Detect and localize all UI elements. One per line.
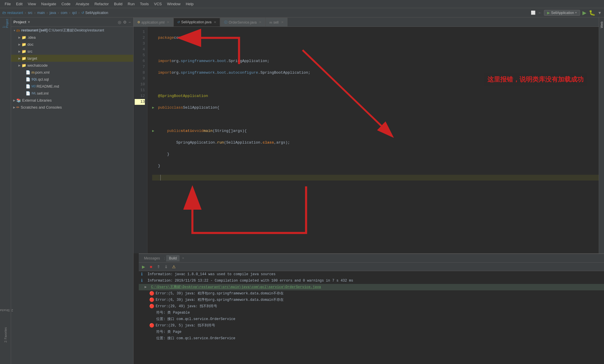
code-line-7: ▶public class SellApplication { [152,105,599,111]
error-icon-1: 🔴 [149,291,154,296]
project-title-label: Project [13,20,26,24]
code-line-8 [152,116,599,122]
project-header: Project ▾ ◎ ⚙ − [11,17,133,27]
info-icon-2: ℹ [141,278,146,283]
code-line-9: ▶ public static void main(String[] args)… [152,128,599,134]
maximize-icon[interactable]: ⬜ [531,10,535,15]
menu-item-refactor[interactable]: Refactor [92,1,111,7]
menu-item-help[interactable]: Help [183,1,196,7]
breadcrumb-qcl[interactable]: qcl [72,11,76,15]
build-toolbar: ▶ ■ ⇑ ⇓ ⚠ [139,263,604,271]
collapse-icon[interactable]: − [129,20,131,24]
menu-item-window[interactable]: Window [165,1,183,7]
breadcrumb-com[interactable]: com [61,11,67,15]
menu-item-code[interactable]: Code [59,1,73,7]
menu-bar: File Edit View Navigate Code Analyze Ref… [0,0,604,8]
menu-item-file[interactable]: File [2,1,13,7]
right-tab-1[interactable]: Web [599,20,604,30]
line-numbers: 1234 5678 9101112 13 [134,27,148,253]
project-tree: ▾ 🗁 restaurant [sell] C:\Users\王雅妮\Deskt… [11,27,133,364]
code-content[interactable]: package com.qcl; import org.springframew… [148,27,599,253]
tree-item-wechatcode[interactable]: ▶ 📁 wechatcode [11,62,133,69]
build-error-4: 🔴 Error:(29, 5) java: 找不到符号 [139,322,604,329]
code-line-11: } [152,151,599,157]
tree-item-iml[interactable]: 📄 IML sell.iml [11,90,133,97]
build-warn-icon[interactable]: ⚠ [170,263,177,270]
code-editor: 1234 5678 9101112 13 package com.qcl; im… [134,27,599,253]
tabs-bar: ⚙ application.yml ✕ ↺ SellApplication.ja… [134,17,599,27]
tab-sell[interactable]: m sell ✕ [266,18,287,26]
code-line-12: } [152,163,599,169]
build-error-2: 🔴 Error:(6, 39) java: 程序包org.springframe… [139,297,604,303]
code-line-3: import org.springframework.boot.SpringAp… [152,58,599,64]
project-panel: Project ▾ ◎ ⚙ − ▾ 🗁 restaurant [sell] C:… [11,17,134,364]
tree-item-readme[interactable]: 📄 MD README.md [11,83,133,90]
tree-item-doc[interactable]: ▶ 📁 doc [11,41,133,48]
breadcrumb-src[interactable]: src [28,11,32,15]
code-line-2 [152,47,599,52]
info-icon-1: ℹ [141,272,146,277]
menu-item-run[interactable]: Run [125,1,137,7]
menu-item-navigate[interactable]: Navigate [39,1,58,7]
project-header-icons: ◎ ⚙ − [118,20,131,24]
menu-item-edit[interactable]: Edit [14,1,25,7]
locate-icon[interactable]: ◎ [118,20,121,24]
tab-application-yml[interactable]: ⚙ application.yml ✕ [134,18,173,26]
build-content[interactable]: ℹ Information: javac 1.8.0_144 was used … [139,271,604,364]
messages-tab[interactable]: Messages [141,255,163,261]
build-sub-3: 符号: 类 Page [139,329,604,335]
build-scroll-top[interactable]: ⇑ [155,263,162,270]
menu-item-vcs[interactable]: VCS [152,1,164,7]
breadcrumb-restaurant[interactable]: 🗁 [2,10,6,15]
error-file-path[interactable]: C:\Users\王雅妮\Desktop\restaurant\src\main… [151,285,321,290]
annotation-text-library: 这里报错，说明类库没有加载成功 [484,73,587,86]
error-icon-3: 🔴 [149,304,154,309]
tree-item-idea[interactable]: ▶ 📁 .idea [11,34,133,41]
tree-item-root[interactable]: ▾ 🗁 restaurant [sell] C:\Users\王雅妮\Deskt… [11,27,133,34]
tree-item-pom[interactable]: 📄 m pom.xml [11,69,133,76]
tab-order-service[interactable]: ⓘ OrderService.java ✕ [220,18,265,26]
code-line-13: | [152,175,599,181]
run-config-dropdown[interactable]: ▶ SellApplication ▾ [544,10,580,16]
tree-item-scratches[interactable]: ▶ ✏ Scratches and Consoles [11,104,133,111]
tab-sell-application[interactable]: ↺ SellApplication.java ✕ [173,18,220,26]
breadcrumb-main[interactable]: main [37,11,45,15]
tree-item-src[interactable]: ▶ 📁 src [11,48,133,55]
settings-icon[interactable]: ⚙ [123,20,127,24]
build-line-file[interactable]: ▶ C:\Users\王雅妮\Desktop\restaurant\src\ma… [139,284,604,290]
build-sub-4: 位置: 接口 com.qcl.service.OrderService [139,335,604,342]
debug-button[interactable]: 🐛 [589,10,595,16]
bottom-tabs: Messages : Build ✕ [139,254,604,263]
error-icon-2: 🔴 [149,297,154,303]
titlebar-right: ⬜ ← ▶ SellApplication ▾ ▶ 🐛 ▼ [531,10,602,16]
tree-item-target[interactable]: ▶ 📁 target [11,55,133,62]
project-tab-button[interactable]: 1: Project [1,19,10,28]
favorites-tab-button[interactable]: 2: Favorites [3,323,8,347]
tree-item-sql[interactable]: 📄 SQL qcl.sql [11,76,133,83]
menu-item-tools[interactable]: Tools [138,1,151,7]
build-scroll-bottom[interactable]: ⇓ [163,263,170,270]
more-run-button[interactable]: ▼ [598,10,602,15]
close-build-tab[interactable]: ✕ [182,257,184,260]
editor-area: ⚙ application.yml ✕ ↺ SellApplication.ja… [134,17,599,364]
tree-item-external-libraries[interactable]: ▶ 📚 External Libraries [11,97,133,104]
menu-item-build[interactable]: Build [112,1,125,7]
project-dropdown-icon[interactable]: ▾ [28,20,30,24]
breadcrumb-java[interactable]: java [50,11,56,15]
build-tab[interactable]: Build [166,255,180,261]
build-line-1: ℹ Information: javac 1.8.0_144 was used … [139,271,604,278]
run-button[interactable]: ▶ [582,10,587,16]
build-run-button[interactable]: ▶ [140,263,147,270]
build-stop-button[interactable]: ■ [148,263,154,270]
menu-item-analyze[interactable]: Analyze [73,1,92,7]
menu-item-view[interactable]: View [25,1,38,7]
code-line-6: @SpringBootApplication [152,93,599,99]
build-line-2: ℹ Information: 2019/11/26 13:22 - Compil… [139,278,604,284]
back-icon[interactable]: ← [538,10,542,15]
code-line-1: package com.qcl; [152,35,599,41]
error-icon-4: 🔴 [149,323,154,328]
build-error-3: 🔴 Error:(29, 49) java: 找不到符号 [139,303,604,310]
structure-tab-button[interactable]: 2: Structure [0,308,17,313]
build-error-1: 🔴 Error:(5, 39) java: 程序包org.springframe… [139,290,604,297]
breadcrumb-restaurant-label[interactable]: restaurant [7,11,23,15]
